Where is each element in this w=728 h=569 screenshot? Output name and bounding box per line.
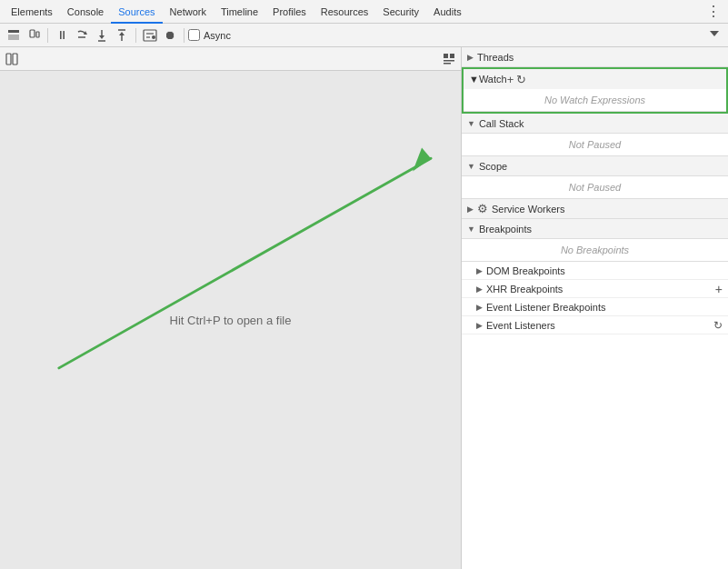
watch-section-title: Watch [479,74,507,85]
xhr-breakpoints-item[interactable]: ▶ XHR Breakpoints + [462,280,728,298]
dom-breakpoints-chevron-icon: ▶ [476,266,483,275]
watch-chevron-icon: ▼ [469,74,479,85]
xhr-breakpoints-chevron-icon: ▶ [476,284,483,294]
blackbox-button[interactable] [140,25,160,45]
svg-rect-12 [144,30,156,41]
svg-rect-2 [30,30,35,37]
separator2 [135,28,136,43]
separator [47,28,48,43]
tab-timeline[interactable]: Timeline [214,0,265,24]
main-area: Hit Ctrl+P to open a file ▶ Threads ▼ Wa… [0,47,728,569]
breakpoints-empty: No Breakpoints [561,245,629,255]
callstack-section-header[interactable]: ▼ Call Stack [462,114,728,134]
breakpoints-section-header[interactable]: ▼ Breakpoints [462,219,728,239]
tab-network[interactable]: Network [163,0,214,24]
service-workers-gear-icon: ⚙ [477,203,488,215]
async-checkbox[interactable] [188,29,200,41]
svg-rect-18 [13,54,17,65]
svg-line-23 [59,158,431,368]
svg-rect-3 [36,32,39,37]
svg-rect-20 [450,54,454,58]
step-into-button[interactable] [92,25,112,45]
watch-section-header[interactable]: ▼ Watch + ↻ [464,69,726,89]
event-listener-breakpoints-chevron-icon: ▶ [476,303,483,312]
left-panel-content: Hit Ctrl+P to open a file [0,71,461,569]
tab-security[interactable]: Security [375,0,426,24]
callstack-section-title: Call Stack [479,118,723,129]
svg-marker-24 [413,148,431,172]
watch-empty-text: No Watch Expressions [464,89,726,112]
threads-chevron-icon: ▶ [467,53,474,62]
async-label: Async [204,30,231,41]
svg-rect-1 [8,35,19,40]
device-toolbar-button[interactable] [24,25,44,45]
threads-section-title: Threads [477,52,723,63]
tab-profiles[interactable]: Profiles [265,0,314,24]
show-navigator-icon[interactable] [4,51,20,67]
breakpoints-section-title: Breakpoints [479,224,723,235]
svg-rect-17 [6,54,11,65]
breakpoints-content: No Breakpoints [462,239,728,262]
svg-rect-22 [444,63,451,65]
event-listeners-chevron-icon: ▶ [476,321,483,330]
scope-status: Not Paused [569,182,621,193]
svg-marker-7 [99,35,105,39]
event-listeners-refresh-button[interactable]: ↻ [713,319,723,332]
tabs: Elements Console Sources Network Timelin… [4,0,469,24]
tab-sources[interactable]: Sources [111,0,162,24]
dom-breakpoints-item[interactable]: ▶ DOM Breakpoints [462,262,728,280]
service-workers-chevron-icon: ▶ [467,205,474,214]
breakpoints-chevron-icon: ▼ [467,225,475,234]
tab-resources[interactable]: Resources [314,0,376,24]
svg-marker-16 [710,31,719,36]
dom-breakpoints-label: DOM Breakpoints [486,265,565,276]
svg-marker-10 [119,32,125,35]
watch-add-button[interactable]: + [507,73,514,86]
event-listeners-item[interactable]: ▶ Event Listeners ↻ [462,316,728,334]
tab-audits[interactable]: Audits [426,0,469,24]
format-button[interactable] [441,51,457,67]
svg-point-15 [152,35,155,39]
scope-section-title: Scope [479,161,723,172]
separator3 [184,28,184,43]
async-checkbox-area: Async [188,29,231,41]
left-panel: Hit Ctrl+P to open a file [0,47,462,569]
left-panel-toolbar [0,47,461,71]
right-panel: ▶ Threads ▼ Watch + ↻ No Watch Expressio… [462,47,728,569]
step-out-button[interactable] [112,25,132,45]
sources-expand-button[interactable] [704,25,724,45]
svg-rect-21 [444,60,454,62]
scope-content: Not Paused [462,176,728,199]
tab-elements[interactable]: Elements [4,0,60,24]
watch-refresh-button[interactable]: ↻ [516,73,526,86]
event-listener-breakpoints-item[interactable]: ▶ Event Listener Breakpoints [462,298,728,316]
watch-no-expressions: No Watch Expressions [544,95,645,105]
event-listeners-label: Event Listeners [486,320,555,331]
drawer-toggle-button[interactable] [4,25,24,45]
more-options-icon[interactable]: ⋮ [703,3,724,20]
step-over-button[interactable] [72,25,92,45]
threads-section-header[interactable]: ▶ Threads [462,47,728,67]
callstack-chevron-icon: ▼ [467,119,475,128]
xhr-add-button[interactable]: + [715,282,723,296]
svg-rect-19 [444,54,448,58]
tab-console[interactable]: Console [60,0,111,24]
tab-bar: Elements Console Sources Network Timelin… [0,0,728,24]
pause-exceptions-button[interactable]: ⏺ [160,25,180,45]
service-workers-section-header[interactable]: ▶ ⚙ Service Workers [462,199,728,219]
event-listener-breakpoints-label: Event Listener Breakpoints [486,302,605,313]
svg-rect-0 [8,30,19,33]
scope-section-header[interactable]: ▼ Scope [462,156,728,176]
xhr-breakpoints-label: XHR Breakpoints [486,284,563,294]
pause-button[interactable]: ⏸ [52,25,72,45]
scope-chevron-icon: ▼ [467,162,475,171]
service-workers-title: Service Workers [492,204,723,215]
callstack-content: Not Paused [462,134,728,156]
watch-section: ▼ Watch + ↻ No Watch Expressions [462,67,728,114]
watch-actions: + ↻ [507,74,527,85]
file-open-hint: Hit Ctrl+P to open a file [170,314,292,327]
callstack-status: Not Paused [569,139,621,150]
devtools-toolbar: ⏸ ⏺ Async [0,24,728,47]
